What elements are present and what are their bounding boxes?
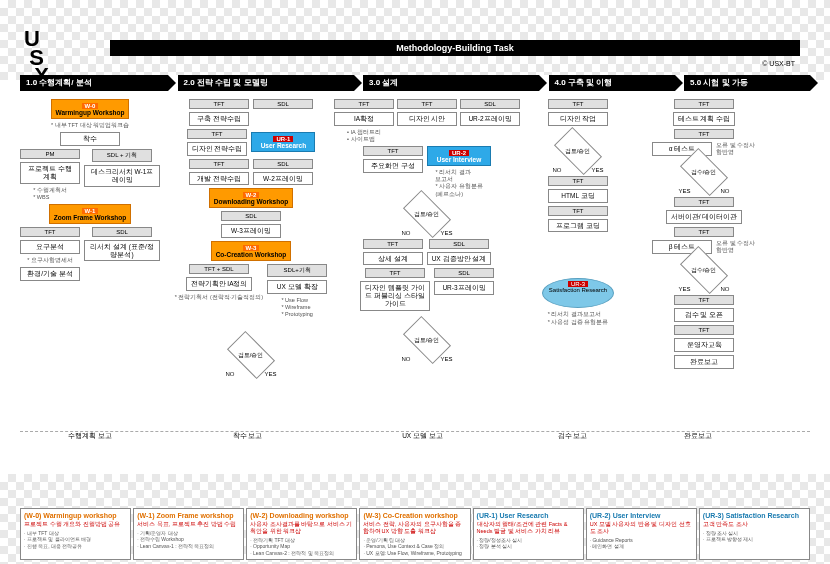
pm-note: * 수행계획서 * WBS <box>33 187 67 201</box>
copyright: © USX-BT <box>762 60 795 67</box>
design-draft-box: 디자인 시안 <box>397 112 457 126</box>
detail-design-box: 상세 설계 <box>363 252 423 266</box>
design-work-box: 디자인 작업 <box>548 112 608 126</box>
w2-workshop: W-2Downloading Workshop <box>209 188 293 208</box>
ur1-research: UR-1User Research <box>251 132 315 152</box>
legend-w2: (W-2) Downloading workshop사용자 조사결과를 바탕으로… <box>246 508 357 561</box>
dev-strategy-box: 개발 전략수립 <box>189 172 249 186</box>
flowchart-canvas: 1.0 수행계획/ 분석 2.0 전략 수립 및 모델링 3.0 설계 4.0 … <box>20 75 810 474</box>
phase-3-column: TFTIA확정• IA 챕터트리 • 사이트맵 TFT디자인 시안 SDLUR-… <box>342 99 512 377</box>
phase-1-header: 1.0 수행계획/ 분석 <box>20 75 168 91</box>
sdl-research-box: 데스크리서치 W-1프레이밍 <box>84 165 160 187</box>
w0-note: * 내부 TFT 대상 워밍업워크숍 <box>51 122 129 129</box>
phase-5-header: 5.0 시험 및 가동 <box>684 75 810 91</box>
ia-definition-box: 전략기획안 IA정의 <box>186 277 253 291</box>
env-analysis-box: 환경/기술 분석 <box>20 267 80 281</box>
legend-w0: (W-0) Warmingup workshop프로젝트 수행 개요와 진행방법… <box>20 508 131 561</box>
ur3-satisfaction: UR-3Satisfaction Research <box>542 278 614 308</box>
test-plan-box: 테스트 계획 수립 <box>673 112 736 126</box>
html-coding-box: HTML 코딩 <box>548 189 608 203</box>
phase-2-column: TFT 구축 전략수립 SDL x TFT 디자인 전략수립 UR-1User … <box>166 99 336 377</box>
ux-model-box: UX 모델 확장 <box>267 280 327 294</box>
build-strategy-box: 구축 전략수립 <box>189 112 249 126</box>
w1-workshop: W-1Zoom Frame Workshop <box>49 204 131 224</box>
research-design-box: 리서치 설계 (표준/정량분석) <box>84 240 160 262</box>
design-strategy-box: 디자인 전략수립 <box>187 142 248 156</box>
design-guide-box: 디자인 템플릿 가이드 퍼블리싱 스타일 가이드 <box>360 281 430 310</box>
phase-header-row: 1.0 수행계획/ 분석 2.0 전략 수립 및 모델링 3.0 설계 4.0 … <box>20 75 810 91</box>
phase-4-column: TFT 디자인 작업 검토/승인 NOYES TFT HTML 코딩 TFT 프… <box>518 99 638 377</box>
pm-header: PM <box>20 149 80 159</box>
server-migration-box: 서버이관/ 데이터이관 <box>666 210 743 224</box>
program-coding-box: 프로그램 코딩 <box>548 219 608 233</box>
complete-report-box: 완료보고 <box>674 355 734 369</box>
legend-w3: (W-3) Co-Creation workshop서비스 전략, 사용자의 요… <box>359 508 470 561</box>
ux-verify-box: UX 검증방안 설계 <box>427 252 492 266</box>
milestone-row: 수행계획 보고 착수 보고 UX 모델 보고 검수 보고 완료보고 <box>20 431 810 444</box>
phase-5-column: TFT 테스트 계획 수립 TFT α 테스트 오류 및 수정사항반영 검수/승… <box>644 99 764 377</box>
ur2-framing-box: UR-2프레이밍 <box>460 112 520 126</box>
phase-2-header: 2.0 전략 수립 및 모델링 <box>178 75 354 91</box>
phase-1-column: W-0Warmingup Workshop * 내부 TFT 대상 워밍업워크숍… <box>20 99 160 377</box>
ur3-framing-box: UR-3프레이밍 <box>434 281 494 295</box>
operator-edu-box: 운영자교육 <box>674 338 734 352</box>
main-screen-box: 주요화면 구성 <box>363 159 423 173</box>
w3-workshop: W-3Co-Creation Workshop <box>211 241 292 261</box>
legend-row: (W-0) Warmingup workshop프로젝트 수행 개요와 진행방법… <box>20 508 810 561</box>
pm-plan-box: 프로젝트 수행계획 <box>20 162 80 184</box>
requirements-box: 요구분석 <box>20 240 80 254</box>
title-bar: Methodology-Building Task <box>110 40 800 56</box>
legend-ur3: (UR-3) Satisfaction Research고객 만족도 조사· 정… <box>699 508 810 561</box>
ia-confirm-box: IA확정 <box>334 112 394 126</box>
w2-framing-box: W-2프레이밍 <box>253 172 313 186</box>
w0-workshop: W-0Warmingup Workshop <box>51 99 130 119</box>
legend-ur1: (UR-1) User Research대상자의 행태/조건에 관련 Facts… <box>473 508 584 561</box>
open-box: 검수 및 오픈 <box>674 308 734 322</box>
start-node: 착수 <box>60 132 120 146</box>
phase-4-header: 4.0 구축 및 이행 <box>549 75 675 91</box>
legend-w1: (W-1) Zoom Frame workshop서비스 목표, 프로젝트 추진… <box>133 508 244 561</box>
ur2-interview: UR-2User Interview <box>427 146 491 166</box>
legend-ur2: (UR-2) User InterviewUX 모델 사용자의 반응 및 디자인… <box>586 508 697 561</box>
phase-3-header: 3.0 설계 <box>363 75 539 91</box>
sdl-header: SDL + 기획 <box>92 149 152 162</box>
w3-framing-box: W-3프레이밍 <box>221 224 281 238</box>
